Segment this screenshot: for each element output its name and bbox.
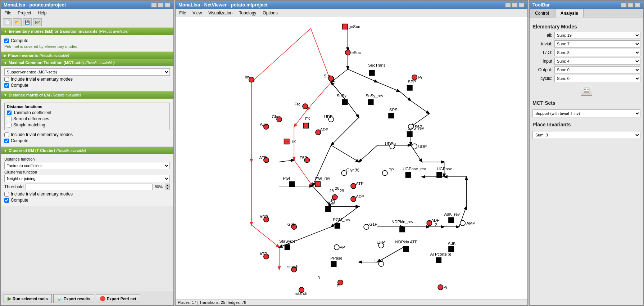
dist-tanimoto-checkbox[interactable] [7, 111, 12, 115]
cluster-compute-row: Compute [4, 198, 170, 203]
menu-help[interactable]: Help [36, 10, 48, 16]
netviewer-title: MonaLisa - NetViewer - potato.mlproject [178, 2, 268, 8]
em-io-dropdown[interactable]: Sum: 8 [554, 49, 640, 56]
net-status-text: Places: 17 | Transitions: 25 | Edges: 78 [178, 300, 246, 305]
em-compute-label: Compute [11, 38, 28, 43]
nv-menu-visualization[interactable]: Visualization [207, 10, 234, 16]
save-icon[interactable]: 💾 [23, 18, 32, 26]
menu-project[interactable]: Project [16, 10, 32, 16]
cluster-include-trivial-label: Include trivial elementary modes [11, 192, 73, 197]
label-SucTrans: SucTrans [368, 63, 385, 67]
tb-maximize-btn[interactable]: □ [628, 3, 634, 8]
em-compute-checkbox[interactable] [4, 39, 9, 43]
node-UDP-right [412, 144, 417, 149]
mct-include-trivial-checkbox[interactable] [4, 77, 9, 82]
tb-close-btn[interactable]: × [635, 3, 640, 8]
em-all-label: all: [532, 33, 552, 38]
close-btn[interactable]: × [165, 3, 171, 8]
dist-section-body: Distance functions Tanimoto coefficient … [1, 99, 173, 147]
netviewer-panel: MonaLisa - NetViewer - potato.mlproject … [175, 0, 528, 306]
em-section-body: Compute Petri net is covered by elementa… [1, 35, 173, 52]
cluster-compute-checkbox[interactable] [4, 198, 9, 203]
mct-dropdown[interactable]: Support-oriented (MCT-sets) [4, 68, 170, 76]
dist-include-trivial-label: Include trivial elementary modes [11, 132, 73, 137]
mct-arrow: ▼ [4, 61, 7, 65]
dist-include-trivial-checkbox[interactable] [4, 132, 9, 137]
dist-compute-label: Compute [11, 138, 28, 143]
mct-section-title: Maximal Common Transition (MCT-sets) [9, 60, 84, 65]
mct-sets-dropdown[interactable]: Support (with trivial T-inv) [532, 109, 640, 117]
em-section-header[interactable]: ▼ Elementary modes (EM) or transition in… [1, 28, 173, 35]
dist-section-header[interactable]: ▼ Distance matrix of EM (Results availab… [1, 91, 173, 99]
svg-line-16 [411, 101, 430, 114]
spinner-up[interactable]: ▲ [165, 184, 170, 187]
menu-file[interactable]: File [3, 10, 13, 16]
label-Suc: Suc [324, 74, 331, 78]
cluster-compute-label: Compute [11, 198, 28, 203]
open-icon[interactable]: 📂 [13, 18, 22, 26]
dist-simple-checkbox[interactable] [7, 123, 12, 127]
nv-menu-topology[interactable]: Topology [237, 10, 258, 16]
em-all-row: all: Sum: 19 [532, 32, 640, 39]
dist-sum-checkbox[interactable] [7, 117, 12, 121]
cluster-func-dropdown[interactable]: Neighbor joining [4, 175, 170, 182]
netviewer-icon[interactable]: NV [33, 18, 42, 26]
em-image-btn[interactable] [581, 86, 592, 96]
em-compute-row: Compute [4, 38, 170, 43]
minimize-btn[interactable]: _ [151, 3, 157, 8]
net-canvas[interactable]: geSuc eSuc SucTrans Suc Pi Inv SPP SuSy [176, 17, 527, 299]
dist-compute-checkbox[interactable] [4, 139, 9, 143]
tb-minimize-btn[interactable]: _ [621, 3, 627, 8]
run-selected-btn[interactable]: ▶ Run selected tools [4, 294, 52, 303]
cluster-threshold-input[interactable] [26, 184, 153, 190]
label-SPS_rev: SPS_rev [408, 126, 424, 130]
label-UDP-top: UDP [324, 114, 333, 119]
nv-close-btn[interactable]: × [519, 3, 525, 8]
nv-maximize-btn[interactable]: □ [512, 3, 518, 8]
label-ADP-uc: ADP [320, 127, 328, 132]
nv-menu-options[interactable]: Options [261, 10, 279, 16]
label-2: 2 [435, 222, 437, 227]
left-titlebar-buttons: _ □ × [151, 3, 171, 8]
nv-minimize-btn[interactable]: _ [505, 3, 511, 8]
em-input-dropdown[interactable]: Sum: 4 [554, 58, 640, 65]
mct-compute-checkbox[interactable] [4, 83, 9, 88]
nv-menu-view[interactable]: View [191, 10, 203, 16]
pi-dropdown[interactable]: Sum: 3 [532, 131, 640, 139]
nv-menu-file[interactable]: File [178, 10, 187, 16]
tab-control[interactable]: Control [530, 9, 554, 18]
label-PGM: PGM [326, 201, 336, 205]
node-SucTrans [369, 70, 374, 75]
cluster-dist-dropdown[interactable]: Tanimoto coefficient [4, 162, 170, 169]
label-NDPkin_ATP: NDPkin ATP [395, 240, 418, 244]
tab-analysis[interactable]: Analysis [555, 9, 584, 18]
net-statusbar: Places: 17 | Transitions: 25 | Edges: 78 [176, 299, 527, 305]
cluster-section-title: Cluster of EM (T-Cluster) [9, 148, 55, 153]
em-cyclic-row: cyclic: Sum: 0 [532, 75, 640, 82]
node-AdK_rev [449, 217, 454, 222]
label-Pi-top: Pi [418, 75, 422, 80]
export-petri-btn[interactable]: 🔴 Export Petri net [96, 294, 140, 303]
node-SuSy_rev [368, 100, 373, 105]
left-titlebar: MonaLisa - potato.mlproject _ □ × [1, 1, 173, 9]
label-ADP2: ADP [431, 218, 440, 222]
cluster-include-trivial-checkbox[interactable] [4, 192, 9, 197]
pi-section-header[interactable]: ▶ Place invariants (Results available) [1, 52, 173, 59]
em-output-dropdown[interactable]: Sum: 0 [554, 66, 640, 73]
svg-line-29 [279, 227, 331, 247]
label-PP-low: PP [340, 245, 345, 249]
left-menubar: File Project Help [1, 9, 173, 17]
label-AdK: AdK [448, 241, 456, 246]
label-geSuc: geSuc [349, 24, 360, 29]
em-cyclic-dropdown[interactable]: Sum: 0 [554, 75, 640, 82]
em-trivial-dropdown[interactable]: Sum: 7 [554, 40, 640, 48]
cluster-section-header[interactable]: ▼ Cluster of EM (T-Cluster) (Results ava… [1, 147, 173, 154]
tab-bar: Control Analysis [530, 9, 643, 18]
export-results-btn[interactable]: 📊 Export results [53, 294, 94, 303]
spinner-down[interactable]: ▼ [165, 187, 170, 190]
maximize-btn[interactable]: □ [158, 3, 164, 8]
dist-results-badge: (Results available) [51, 93, 81, 97]
mct-section-header[interactable]: ▼ Maximal Common Transition (MCT-sets) (… [1, 59, 173, 66]
em-all-dropdown[interactable]: Sum: 19 [554, 32, 640, 39]
new-icon[interactable]: 📄 [3, 18, 12, 26]
